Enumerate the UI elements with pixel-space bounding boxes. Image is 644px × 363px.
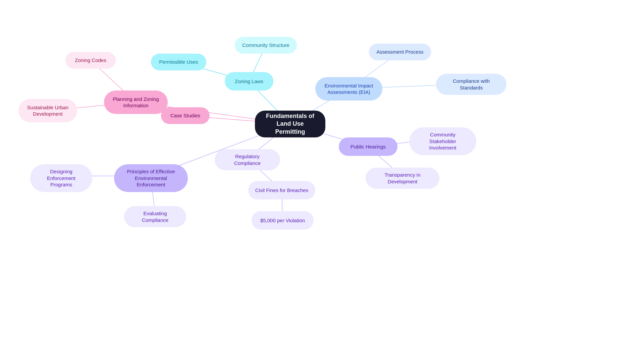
node-assessmentProcess[interactable]: Assessment Process [369,44,431,60]
node-communityStakeholder[interactable]: Community Stakeholder Involvement [409,127,476,155]
node-principlesEnforcement[interactable]: Principles of Effective Environmental En… [114,164,188,192]
node-eia[interactable]: Environmental Impact Assessments (EIA) [315,77,382,101]
node-communityStructure[interactable]: Community Structure [235,37,297,54]
node-permissibleUses[interactable]: Permissible Uses [151,54,206,70]
node-planningZoning[interactable]: Planning and Zoning Information [104,90,168,114]
node-designingEnforcement[interactable]: Designing Enforcement Programs [30,164,92,192]
node-regulatoryCompliance[interactable]: Regulatory Compliance [215,149,280,170]
node-transparencyDev[interactable]: Transparency in Development [366,168,439,189]
node-publicHearings[interactable]: Public Hearings [339,137,397,156]
node-civilFines[interactable]: Civil Fines for Breaches [248,181,315,199]
node-sustainableUrban[interactable]: Sustainable Urban Development [18,99,77,122]
node-zoningLaws[interactable]: Zoning Laws [225,72,273,90]
node-caseStudies[interactable]: Case Studies [161,107,210,124]
node-center[interactable]: Fundamentals of Land Use Permitting [255,111,325,137]
node-evaluatingCompliance[interactable]: Evaluating Compliance [124,206,186,227]
node-complianceStandards[interactable]: Compliance with Standards [436,74,506,95]
node-zoningCodes[interactable]: Zoning Codes [65,52,116,69]
node-violationFine[interactable]: $5,000 per Violation [252,211,314,230]
mindmap-container: Fundamentals of Land Use PermittingPlann… [0,0,644,363]
